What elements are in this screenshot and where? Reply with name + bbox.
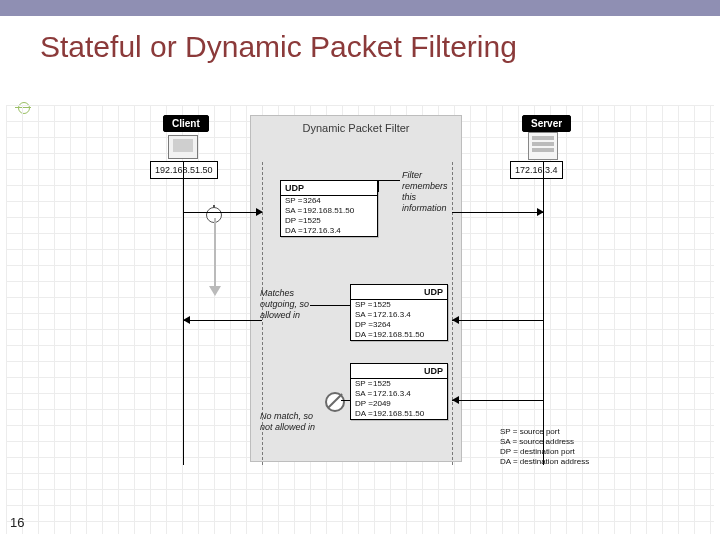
legend-sa: SA = source address bbox=[500, 437, 589, 447]
server-rack-icon bbox=[528, 132, 558, 160]
slide-title: Stateful or Dynamic Packet Filtering bbox=[40, 30, 517, 64]
arrowhead-left-icon bbox=[452, 316, 459, 324]
packet-protocol-label: UDP bbox=[351, 364, 447, 379]
pkt2-sa: 172.16.3.4 bbox=[373, 310, 411, 320]
page-number: 16 bbox=[10, 515, 24, 530]
msg2-server-to-filter bbox=[452, 320, 543, 321]
msg1-filter-to-server bbox=[452, 212, 543, 213]
annotation-match-allowed: Matches outgoing, so allowed in bbox=[260, 288, 312, 321]
slide: Stateful or Dynamic Packet Filtering Dyn… bbox=[0, 0, 720, 540]
annotation-nomatch-blocked: No match, so not allowed in bbox=[260, 411, 316, 433]
legend-dp: DP = destination port bbox=[500, 447, 589, 457]
pkt3-dp: 2049 bbox=[373, 399, 391, 409]
packet-reply-blocked: UDP SP =1525 SA =172.16.3.4 DP =2049 DA … bbox=[350, 363, 448, 420]
msg2-filter-to-client bbox=[183, 320, 262, 321]
packet-protocol-label: UDP bbox=[351, 285, 447, 300]
client-header: Client bbox=[163, 115, 209, 132]
pkt2-da: 192.168.51.50 bbox=[373, 330, 424, 340]
arrowhead-right-icon bbox=[537, 208, 544, 216]
annotation-remember: Filter remembers this information bbox=[402, 170, 452, 214]
arrowhead-right-icon bbox=[256, 208, 263, 216]
filter-caption: Dynamic Packet Filter bbox=[251, 122, 461, 134]
packet-out: UDP SP =3264 SA =192.168.51.50 DP =1525 … bbox=[280, 180, 378, 237]
server-ip-label: 172.16.3.4 bbox=[510, 161, 563, 179]
msg1-client-to-filter bbox=[183, 212, 262, 213]
pkt2-dp: 3264 bbox=[373, 320, 391, 330]
legend-da: DA = destination address bbox=[500, 457, 589, 467]
server-header: Server bbox=[522, 115, 571, 132]
pkt1-da: 172.16.3.4 bbox=[303, 226, 341, 236]
packet-reply-allowed: UDP SP =1525 SA =172.16.3.4 DP =3264 DA … bbox=[350, 284, 448, 341]
arrowhead-left-icon bbox=[183, 316, 190, 324]
legend: SP = source port SA = source address DP … bbox=[500, 427, 589, 467]
pkt3-da: 192.168.51.50 bbox=[373, 409, 424, 419]
arrowhead-left-icon bbox=[452, 396, 459, 404]
slide-top-accent bbox=[0, 0, 720, 16]
client-lifeline bbox=[183, 162, 184, 465]
leader-line bbox=[378, 180, 379, 192]
packet-protocol-label: UDP bbox=[281, 181, 377, 196]
figure-dynamic-packet-filter: Dynamic Packet Filter Client Server 192.… bbox=[150, 115, 612, 495]
msg3-server-to-filter bbox=[452, 400, 543, 401]
client-terminal-icon bbox=[168, 135, 198, 159]
pkt1-dp: 1525 bbox=[303, 216, 321, 226]
pkt3-sa: 172.16.3.4 bbox=[373, 389, 411, 399]
leader-line bbox=[310, 305, 350, 306]
blocked-icon bbox=[325, 392, 345, 412]
time-arrow-icon bbox=[210, 218, 220, 298]
leader-line bbox=[378, 180, 400, 181]
legend-sp: SP = source port bbox=[500, 427, 589, 437]
filter-lifeline-right bbox=[452, 162, 453, 465]
pkt2-sp: 1525 bbox=[373, 300, 391, 310]
pkt1-sp: 3264 bbox=[303, 196, 321, 206]
pkt3-sp: 1525 bbox=[373, 379, 391, 389]
pkt1-sa: 192.168.51.50 bbox=[303, 206, 354, 216]
